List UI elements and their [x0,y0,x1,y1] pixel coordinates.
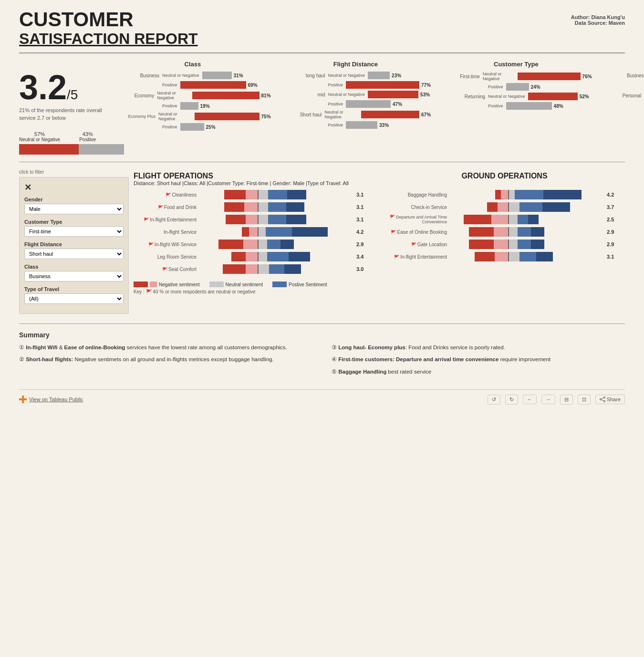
big-score-display: 3.2/5 [19,70,114,104]
back-button[interactable]: ← [523,395,537,404]
reason-travel-title: Reason for Travel [602,61,644,68]
author-line: Author: Diana Kung'u [571,14,625,20]
svg-rect-1 [19,398,27,400]
food-drink-row: 🚩Food and Drink [134,202,374,212]
svg-point-2 [603,397,605,398]
flight-distance-filter-label: Flight Distance [24,241,124,247]
flight-ops-title: FLIGHT OPERATIONS [134,172,374,180]
top-section: 3.2/5 21% of the respondents rate overal… [19,61,625,162]
class-economy-neg: Economy Neutral or Negative 81% [114,91,271,100]
customer-type-filter-select[interactable]: First-time Returning All [24,226,124,237]
pos-pct-label: Positive [79,137,96,142]
checkin-service-row: Check-in Service [384,202,625,212]
flight-distance-chart: Flight Distance long haul Neutral or Neg… [280,61,431,155]
inflight-service-row: In-flight Service [134,227,374,237]
summary-item-3: ③ Long haul- Economy plus: Food and Drin… [332,344,625,352]
gate-location-row: 🚩Gate Location [384,240,625,249]
report-title: CUSTOMER SATISFACTION REPORT [19,10,198,48]
redo-button[interactable]: ↻ [505,395,518,405]
forward-button[interactable]: → [541,395,555,404]
undo-button[interactable]: ↺ [488,395,500,405]
svg-point-3 [603,401,605,402]
filter-display-row: Distance: Short haul |Class: All |Custom… [134,180,625,186]
chart-legend: Negative sentiment Neutral sentiment Pos… [134,282,625,287]
legend-pos-label: Postive Sentiment [289,282,327,287]
class-chart-title: Class [114,61,271,68]
baggage-handling-row: Baggage Handling [384,190,625,199]
type-travel-filter-select[interactable]: (All) Business Personal [24,293,124,304]
flight-distance-filter-select[interactable]: Short haul mid long haul All [24,249,124,259]
summary-title: Summary [19,331,625,339]
legend-negative: Negative sentiment [134,282,200,287]
legend-neutral-label: Neutral sentiment [226,282,263,287]
cleanliness-row: 🚩Cleanliness [134,190,374,199]
sentiment-bar-row [19,144,124,155]
summary-item-4: ④ First-time customers: Departure and ar… [332,355,625,364]
class-filter-select[interactable]: Business Economy Economy Plus All [24,271,124,282]
share-label: Share [607,396,621,402]
ops-charts-container: 🚩Cleanliness [134,190,625,277]
summary-item-5: ⑤ Baggage Handling best rated service [332,368,625,376]
filter-panel: click to filter ✕ Gender Male Female All… [19,169,129,314]
pos-pct-col: 43% Positive [79,131,96,142]
class-filter-group: Class Business Economy Economy Plus All [24,264,124,282]
legend-neg-label: Negative sentiment [159,282,200,287]
class-chart: Class Business Neutral or Negative 31% P… [114,61,271,155]
overview-charts: Class Business Neutral or Negative 31% P… [114,61,644,155]
svg-line-6 [601,400,603,401]
key-note: Key : 🚩 40 % or more respodents are neut… [134,289,625,294]
cleanliness-label: 🚩Cleanliness [134,192,200,198]
reason-travel-chart: Reason for Travel Business Neutral or Ne… [602,61,644,155]
author-name: Diana Kung'u [592,14,625,20]
share-button[interactable]: Share [595,395,625,404]
ground-ops-title: GROUND OPERATIONS [384,172,625,180]
footer-right: ↺ ↻ ← → ⊟ ⊡ Share [488,395,625,405]
click-filter-label: click to filter [19,169,129,175]
filter-close-button[interactable]: ✕ [24,182,124,193]
type-travel-filter-group: Type of Travel (All) Business Personal [24,286,124,304]
score-section: 3.2/5 21% of the respondents rate overal… [19,61,114,155]
device-button[interactable]: ⊟ [560,395,573,405]
ground-ops-chart: Baggage Handling [384,190,625,277]
departure-arrival-row: 🚩Departure and Arrival Time Convenience [384,215,625,224]
neg-pct-value: 57% [19,131,60,137]
neg-pct-col: 57% Neutral or Negative [19,131,60,142]
svg-point-4 [600,399,601,400]
title-line1: CUSTOMER [19,10,198,30]
svg-line-5 [601,398,603,399]
share-icon [600,396,605,402]
seat-comfort-row: 🚩Seat Comfort [134,264,374,274]
inflight-wifi-row: 🚩In-flight Wifi Service [134,240,374,249]
summary-col-left: ① In-flight Wifi & Ease of online-Bookin… [19,344,312,380]
pos-pct-value: 43% [79,131,96,137]
score-value: 3.2 [19,68,67,106]
flight-distance-title: Flight Distance [280,61,431,68]
flight-ops-chart: 🚩Cleanliness [134,190,374,277]
gender-filter-group: Gender Male Female All [24,197,124,214]
gender-filter-select[interactable]: Male Female All [24,204,124,214]
class-business-neg: Business Neutral or Negative 31% [114,72,271,79]
header-meta: Author: Diana Kung'u Data Source: Maven [571,14,625,26]
gender-filter-label: Gender [24,197,124,202]
fullscreen-button[interactable]: ⊡ [578,395,591,405]
summary-section: Summary ① In-flight Wifi & Ease of onlin… [19,323,625,380]
sentiment-percentages: 57% Neutral or Negative 43% Positive [19,131,114,142]
tableau-link[interactable]: View on Tableau Public [29,396,83,402]
operations-area: FLIGHT OPERATIONS GROUND OPERATIONS Dist… [134,169,625,314]
leg-room-row: Leg Room Service [134,252,374,261]
class-business-label: Business [114,73,162,78]
class-filter-label: Class [24,264,124,270]
ground-inflight-ent-row: 🚩In-flight Entertainment [384,252,625,261]
datasource-line: Data Source: Maven [571,20,625,26]
title-line2: SATISFACTION REPORT [19,30,198,48]
score-denom: /5 [67,87,78,102]
customer-type-filter-group: Customer Type First-time Returning All [24,219,124,237]
filter-box: ✕ Gender Male Female All Customer Type F… [19,177,129,314]
online-booking-row: 🚩Ease of Online Booking [384,227,625,237]
inflight-ent-row: 🚩In-flight Entertainment [134,215,374,224]
class-ecoplus-pos: Positive 25% [114,123,271,131]
bottom-section: click to filter ✕ Gender Male Female All… [19,169,625,314]
customer-type-filter-label: Customer Type [24,219,124,225]
datasource-name: Maven [609,20,625,26]
legend-positive: Postive Sentiment [272,282,327,287]
